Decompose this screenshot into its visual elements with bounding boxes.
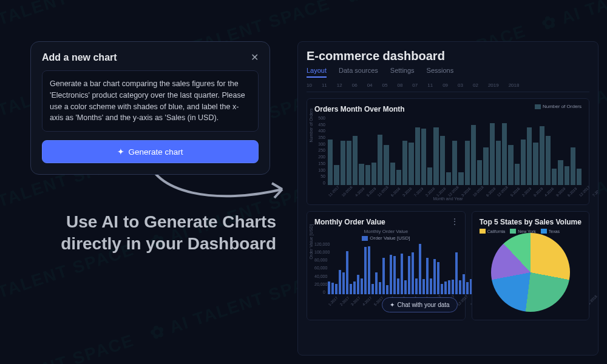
sparkle-icon: ✦ [117,147,124,157]
chat-with-data-label: Chat with your data [398,302,450,308]
order-value-legend-label: Order Value [USD] [370,235,410,241]
states-pie-chart [491,233,570,312]
chart-prompt-textarea[interactable]: Generate a bar chart comparing the sales… [42,70,259,132]
generate-chart-button[interactable]: ✦ Generate chart [42,140,259,163]
tab-settings[interactable]: Settings [390,67,415,78]
orders-x-label: Month and Year [314,197,582,201]
marketing-tagline: Use AI to Generate Charts directly in yo… [27,211,276,255]
add-chart-modal: Add a new chart ✕ Generate a bar chart c… [30,41,270,175]
tab-data-sources[interactable]: Data sources [339,67,378,78]
chat-with-data-button[interactable]: ✦ Chat with your data [382,297,458,312]
tab-sessions[interactable]: Sessions [427,67,454,78]
modal-title: Add a new chart [42,52,117,63]
order-value-y-label: Order Value [USD] [309,224,313,260]
orders-legend: Number of Orders [535,104,582,109]
order-value-panel: Monthly Order Value ⋮ Monthly Order Valu… [307,211,466,320]
dashboard-title: E-commerce dashboard [307,49,589,63]
order-value-legend: Order Value [USD] [314,235,458,241]
orders-legend-label: Number of Orders [543,104,582,109]
dashboard-preview: E-commerce dashboard Layout Data sources… [297,41,599,356]
orders-bar-chart: Number of Orders 50045040035030025020015… [314,116,582,198]
orders-y-label: Number of Orders [309,108,313,142]
states-panel-title: Top 5 States by Sales Volume [480,218,582,226]
generate-chart-label: Generate chart [128,147,183,157]
states-panel: Top 5 States by Sales Volume CaliforniaN… [472,211,589,320]
sparkle-icon: ✦ [390,302,395,308]
orders-panel: Orders Month Over Month Number of Orders… [307,98,589,205]
dashboard-tabs: Layout Data sources Settings Sessions [307,67,589,78]
timeline-ruler: 10111206040508071109030220192018 [307,80,589,92]
order-value-subtitle: Monthly Order Value [314,229,458,234]
order-value-title: Monthly Order Value [314,218,458,226]
more-icon[interactable]: ⋮ [450,217,459,226]
tab-layout[interactable]: Layout [307,67,327,78]
close-icon[interactable]: ✕ [251,52,259,63]
